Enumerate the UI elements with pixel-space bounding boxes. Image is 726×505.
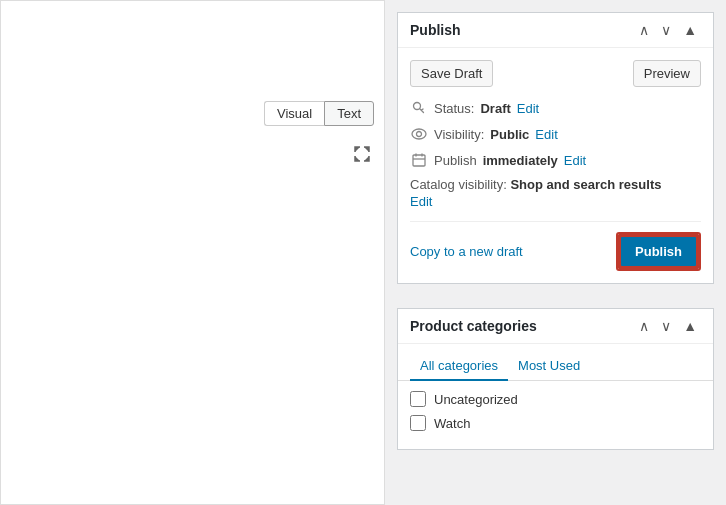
- list-item: Uncategorized: [410, 391, 701, 407]
- catalog-label: Catalog visibility:: [410, 177, 507, 192]
- save-draft-button[interactable]: Save Draft: [410, 60, 493, 87]
- publish-button-wrapper: Publish: [616, 232, 701, 271]
- editor-tab-group: Visual Text: [264, 101, 374, 126]
- text-tab[interactable]: Text: [324, 101, 374, 126]
- publish-button[interactable]: Publish: [619, 235, 698, 268]
- collapse-triangle-btn[interactable]: ▲: [679, 21, 701, 39]
- categories-collapse-up-btn[interactable]: ∧: [635, 317, 653, 335]
- expand-icon[interactable]: [352, 144, 372, 164]
- all-categories-tab[interactable]: All categories: [410, 352, 508, 381]
- svg-point-1: [412, 129, 426, 139]
- status-value: Draft: [480, 101, 510, 116]
- categories-metabox: Product categories ∧ ∨ ▲ All categories …: [397, 308, 714, 450]
- catalog-value: Shop and search results: [510, 177, 661, 192]
- publish-metabox: Publish ∧ ∨ ▲ Save Draft Preview Status:: [397, 12, 714, 284]
- catalog-visibility-row: Catalog visibility: Shop and search resu…: [410, 177, 701, 209]
- sidebar-panel: Publish ∧ ∨ ▲ Save Draft Preview Status:: [385, 0, 726, 505]
- list-item: Watch: [410, 415, 701, 431]
- status-row: Status: Draft Edit: [410, 99, 701, 117]
- status-label: Status:: [434, 101, 474, 116]
- categories-list: Uncategorized Watch: [398, 381, 713, 449]
- copy-draft-link[interactable]: Copy to a new draft: [410, 244, 523, 259]
- categories-metabox-header[interactable]: Product categories ∧ ∨ ▲: [398, 309, 713, 344]
- publish-time-value: immediately: [483, 153, 558, 168]
- visibility-value: Public: [490, 127, 529, 142]
- collapse-down-btn[interactable]: ∨: [657, 21, 675, 39]
- visual-tab[interactable]: Visual: [264, 101, 324, 126]
- categories-collapse-down-btn[interactable]: ∨: [657, 317, 675, 335]
- categories-triangle-btn[interactable]: ▲: [679, 317, 701, 335]
- editor-panel: Visual Text: [0, 0, 385, 505]
- publish-top-actions: Save Draft Preview: [410, 60, 701, 87]
- calendar-icon: [410, 151, 428, 169]
- status-edit-link[interactable]: Edit: [517, 101, 539, 116]
- visibility-row: Visibility: Public Edit: [410, 125, 701, 143]
- eye-icon: [410, 125, 428, 143]
- svg-rect-3: [413, 155, 425, 166]
- svg-point-2: [417, 132, 422, 137]
- categories-metabox-controls: ∧ ∨ ▲: [635, 317, 701, 335]
- metabox-controls: ∧ ∨ ▲: [635, 21, 701, 39]
- preview-button[interactable]: Preview: [633, 60, 701, 87]
- publish-bottom-actions: Copy to a new draft Publish: [410, 221, 701, 271]
- publish-time-row: Publish immediately Edit: [410, 151, 701, 169]
- catalog-edit-link[interactable]: Edit: [410, 194, 701, 209]
- category-checkbox-watch[interactable]: [410, 415, 426, 431]
- publish-time-edit-link[interactable]: Edit: [564, 153, 586, 168]
- category-label-watch[interactable]: Watch: [434, 416, 470, 431]
- publish-body: Save Draft Preview Status: Draft Edit: [398, 48, 713, 283]
- publish-metabox-header[interactable]: Publish ∧ ∨ ▲: [398, 13, 713, 48]
- category-checkbox-uncategorized[interactable]: [410, 391, 426, 407]
- visibility-edit-link[interactable]: Edit: [535, 127, 557, 142]
- most-used-tab[interactable]: Most Used: [508, 352, 590, 381]
- category-label-uncategorized[interactable]: Uncategorized: [434, 392, 518, 407]
- publish-time-label: Publish: [434, 153, 477, 168]
- categories-body: All categories Most Used Uncategorized W…: [398, 344, 713, 449]
- publish-metabox-title: Publish: [410, 22, 461, 38]
- categories-tab-bar: All categories Most Used: [398, 344, 713, 381]
- key-icon: [410, 99, 428, 117]
- visibility-label: Visibility:: [434, 127, 484, 142]
- categories-metabox-title: Product categories: [410, 318, 537, 334]
- collapse-up-btn[interactable]: ∧: [635, 21, 653, 39]
